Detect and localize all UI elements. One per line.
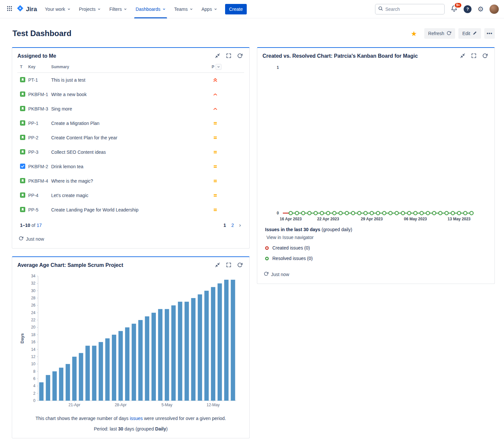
search-box[interactable] <box>375 4 445 14</box>
refresh-icon[interactable] <box>482 53 488 59</box>
expand-icon[interactable] <box>471 53 477 59</box>
settings-gear-icon[interactable]: ⚙ <box>477 6 484 12</box>
created-resolved-line-chart: 1016 Apr 202322 Apr 202329 Apr 202306 Ma… <box>262 61 486 225</box>
priority-column-dropdown[interactable] <box>216 64 221 70</box>
nav-your-work[interactable]: Your work <box>41 0 74 18</box>
table-row[interactable]: PKBFM-4Where is the magic? <box>17 174 244 188</box>
table-row[interactable]: PP-1Create a Migration Plan <box>17 116 244 130</box>
page-2[interactable]: 2 <box>231 223 234 228</box>
chevron-down-icon <box>124 7 127 12</box>
table-row[interactable]: PP-5Create Landing Page for World Leader… <box>17 203 244 217</box>
jira-logo-icon <box>16 5 24 13</box>
edit-button[interactable]: Edit <box>458 28 481 39</box>
page-header: Test Dashboard ★ Refresh Edit ••• <box>0 18 504 47</box>
user-avatar[interactable] <box>490 5 499 14</box>
issue-summary-link[interactable]: Create Landing Page for World Leadership <box>51 207 212 212</box>
issue-key-link[interactable]: PKBFM-2 <box>28 164 51 169</box>
create-button[interactable]: Create <box>225 4 247 14</box>
result-range: 1–10 of 17 <box>20 223 42 228</box>
resolved-ring-icon <box>265 257 269 260</box>
table-row[interactable]: PP-4Let's create magic <box>17 188 244 203</box>
svg-text:8: 8 <box>33 369 35 374</box>
view-in-issue-navigator-link[interactable]: View in Issue navigator <box>266 235 314 240</box>
average-age-bar-chart: 024681012141618202224262830323421-Apr28-… <box>18 273 244 410</box>
issue-key-link[interactable]: PP-1 <box>28 121 51 126</box>
issue-summary-link[interactable]: Collect SEO Content ideas <box>51 150 212 155</box>
issue-summary-link[interactable]: Write a new book <box>51 92 212 97</box>
refresh-icon[interactable] <box>237 53 243 59</box>
table-footer: 1–10 of 17 1 2 › <box>17 222 244 228</box>
table-row[interactable]: PP-3Collect SEO Content ideas <box>17 145 244 159</box>
issue-key-link[interactable]: PKBFM-1 <box>28 92 51 97</box>
svg-text:18: 18 <box>31 332 35 337</box>
issue-summary-link[interactable]: Create Content Plan for the year <box>51 135 212 140</box>
chevron-down-icon <box>214 7 217 12</box>
issue-summary-link[interactable]: Let's create magic <box>51 193 212 198</box>
issue-key-link[interactable]: PP-3 <box>28 150 51 155</box>
collapse-icon[interactable] <box>215 53 220 59</box>
issue-key-link[interactable]: PP-2 <box>28 135 51 140</box>
refresh-button[interactable]: Refresh <box>424 28 455 39</box>
nav-teams[interactable]: Teams <box>170 0 197 18</box>
expand-icon[interactable] <box>226 53 232 59</box>
table-row[interactable]: PT-1This is just a test <box>17 73 244 87</box>
search-input[interactable] <box>385 7 442 12</box>
refresh-icon[interactable] <box>19 236 23 242</box>
story-icon <box>20 91 25 97</box>
story-icon <box>20 192 25 198</box>
issue-key-link[interactable]: PP-5 <box>28 207 51 212</box>
table-row[interactable]: PKBFM-1Write a new book <box>17 87 244 102</box>
legend-created-issues[interactable]: Created issues (0) <box>265 243 489 253</box>
issue-summary-link[interactable]: This is just a test <box>51 77 212 83</box>
legend-resolved-issues[interactable]: Resolved issues (0) <box>265 253 489 264</box>
table-row[interactable]: PKBFM-2Drink lemon tea <box>17 159 244 174</box>
grid-icon <box>7 6 12 12</box>
chevron-down-icon <box>67 7 71 12</box>
refresh-icon[interactable] <box>237 262 243 268</box>
issue-summary-link[interactable]: Sing more <box>51 106 212 111</box>
notifications-button[interactable]: 9+ <box>451 5 458 13</box>
gadget-title: Average Age Chart: Sample Scrum Project <box>17 262 215 268</box>
svg-text:28-Apr: 28-Apr <box>115 403 126 407</box>
last-updated: Just now <box>262 271 489 277</box>
expand-icon[interactable] <box>226 262 232 268</box>
issue-summary-link[interactable]: Create a Migration Plan <box>51 121 212 126</box>
nav-apps[interactable]: Apps <box>198 0 221 18</box>
table-row[interactable]: PKBFM-3Sing more <box>17 102 244 116</box>
top-navbar: Jira Your work Projects Filters Dashboar… <box>0 0 504 18</box>
jira-logo[interactable]: Jira <box>14 5 40 13</box>
refresh-icon[interactable] <box>264 271 268 277</box>
nav-filters[interactable]: Filters <box>105 0 131 18</box>
story-icon <box>20 106 25 111</box>
app-switcher-button[interactable] <box>5 4 14 14</box>
total-link[interactable]: 17 <box>37 223 42 228</box>
svg-text:4: 4 <box>33 384 35 388</box>
help-button[interactable]: ? <box>464 5 472 13</box>
issue-key-link[interactable]: PT-1 <box>28 77 51 83</box>
issues-link[interactable]: issues <box>130 416 143 421</box>
svg-text:16: 16 <box>31 340 35 344</box>
page-1[interactable]: 1 <box>223 223 226 228</box>
collapse-icon[interactable] <box>460 53 466 59</box>
table-row[interactable]: PP-2Create Content Plan for the year <box>17 130 244 145</box>
chevron-down-icon <box>162 7 166 12</box>
issue-summary-link[interactable]: Where is the magic? <box>51 178 212 184</box>
gadget-assigned-to-me: Assigned to Me T Key Summary P PT-1This … <box>12 47 250 249</box>
issue-key-link[interactable]: PKBFM-4 <box>28 178 51 184</box>
collapse-icon[interactable] <box>215 262 220 268</box>
nav-projects[interactable]: Projects <box>75 0 105 18</box>
svg-text:24: 24 <box>31 310 35 315</box>
task-icon <box>20 164 25 169</box>
nav-dashboards[interactable]: Dashboards <box>132 0 170 18</box>
chevron-down-icon <box>97 7 101 12</box>
issue-key-link[interactable]: PP-4 <box>28 193 51 198</box>
favorite-star-icon[interactable]: ★ <box>411 30 417 37</box>
more-options-button[interactable]: ••• <box>484 28 495 39</box>
next-page-icon[interactable]: › <box>239 222 241 228</box>
svg-text:21-Apr: 21-Apr <box>68 403 80 407</box>
column-key: Key <box>28 65 51 69</box>
notification-badge: 9+ <box>454 2 462 8</box>
issue-summary-link[interactable]: Drink lemon tea <box>51 164 212 169</box>
gadget-created-vs-resolved: Created vs. Resolved Chart: Patrcia's Ka… <box>257 47 495 284</box>
issue-key-link[interactable]: PKBFM-3 <box>28 106 51 111</box>
